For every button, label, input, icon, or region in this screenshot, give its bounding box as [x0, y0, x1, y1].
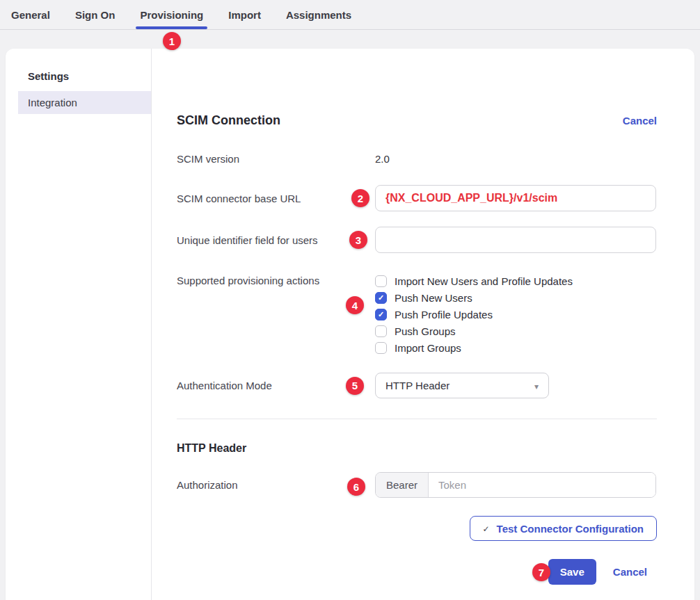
- option-label: Push New Users: [395, 292, 472, 304]
- check-icon: [483, 524, 490, 534]
- option-label: Import New Users and Profile Updates: [395, 275, 573, 287]
- scim-version-row: SCIM version 2.0: [177, 152, 657, 165]
- option-label: Import Groups: [395, 342, 461, 354]
- base-url-input[interactable]: [375, 185, 656, 211]
- base-url-label: SCIM connector base URL: [177, 193, 375, 204]
- chevron-down-icon: [534, 380, 539, 391]
- section-divider: [177, 419, 657, 419]
- authorization-label: Authorization: [177, 479, 375, 491]
- option-label: Push Profile Updates: [395, 309, 493, 321]
- authorization-input-group: Bearer: [375, 472, 656, 498]
- provisioning-actions-label: Supported provisioning actions: [177, 273, 375, 356]
- settings-sidebar: Settings Integration: [6, 49, 152, 600]
- base-url-row: SCIM connector base URL 2: [177, 185, 657, 211]
- annotation-badge-4: 4: [346, 296, 364, 314]
- provisioning-card: Settings Integration SCIM Connection Can…: [6, 49, 694, 600]
- cancel-link-top[interactable]: Cancel: [623, 115, 657, 127]
- http-header-section-title: HTTP Header: [177, 442, 657, 455]
- bearer-prefix: Bearer: [376, 473, 429, 497]
- scim-version-label: SCIM version: [177, 153, 375, 165]
- app-tabbar: General Sign On Provisioning 1 Import As…: [0, 0, 700, 30]
- annotation-badge-5: 5: [346, 377, 364, 395]
- save-button[interactable]: Save: [548, 559, 596, 585]
- checkbox-push-profile-updates[interactable]: [375, 309, 387, 321]
- provisioning-actions-options: Import New Users and Profile Updates Pus…: [375, 273, 573, 356]
- unique-id-row: Unique identifier field for users 3: [177, 227, 657, 253]
- tab-sign-on[interactable]: Sign On: [75, 0, 116, 29]
- option-push-new-users[interactable]: Push New Users: [375, 289, 573, 306]
- test-connector-row: Test Connector Configuration: [177, 516, 657, 541]
- checkbox-push-new-users[interactable]: [375, 292, 387, 304]
- cancel-link-bottom[interactable]: Cancel: [613, 566, 647, 578]
- token-input[interactable]: [429, 473, 655, 497]
- footer-actions: 7 Save Cancel: [177, 559, 657, 585]
- sidebar-header: Settings: [28, 70, 151, 82]
- option-label: Push Groups: [395, 325, 456, 337]
- tab-provisioning-label: Provisioning: [140, 9, 203, 21]
- annotation-badge-6: 6: [347, 478, 365, 496]
- unique-id-label: Unique identifier field for users: [177, 234, 375, 246]
- test-connector-button[interactable]: Test Connector Configuration: [470, 516, 657, 541]
- tab-provisioning[interactable]: Provisioning 1: [140, 0, 203, 29]
- scim-connection-panel: SCIM Connection Cancel SCIM version 2.0 …: [152, 49, 694, 600]
- annotation-badge-7: 7: [532, 563, 550, 581]
- scim-version-value: 2.0: [375, 153, 390, 165]
- checkbox-import-groups[interactable]: [375, 342, 387, 354]
- unique-id-input[interactable]: [375, 227, 656, 253]
- auth-mode-selected-value: HTTP Header: [385, 380, 450, 391]
- tab-import[interactable]: Import: [228, 0, 261, 29]
- option-import-groups[interactable]: Import Groups: [375, 339, 573, 356]
- auth-mode-select[interactable]: HTTP Header: [375, 373, 549, 398]
- checkbox-push-groups[interactable]: [375, 325, 387, 337]
- tab-general[interactable]: General: [11, 0, 50, 29]
- annotation-badge-2: 2: [351, 189, 369, 207]
- option-push-profile-updates[interactable]: Push Profile Updates: [375, 306, 573, 323]
- authorization-row: Authorization 6 Bearer: [177, 472, 657, 498]
- sidebar-item-integration[interactable]: Integration: [18, 91, 151, 114]
- auth-mode-row: Authentication Mode 5 HTTP Header: [177, 373, 657, 398]
- option-import-new-users[interactable]: Import New Users and Profile Updates: [375, 273, 573, 289]
- test-connector-label: Test Connector Configuration: [497, 523, 644, 535]
- checkbox-import-new-users[interactable]: [375, 275, 387, 287]
- annotation-badge-3: 3: [349, 231, 367, 249]
- page-title: SCIM Connection: [177, 113, 280, 128]
- annotation-badge-1: 1: [163, 32, 181, 50]
- provisioning-actions-row: Supported provisioning actions 4 Import …: [177, 273, 657, 356]
- option-push-groups[interactable]: Push Groups: [375, 323, 573, 339]
- tab-assignments[interactable]: Assignments: [286, 0, 351, 29]
